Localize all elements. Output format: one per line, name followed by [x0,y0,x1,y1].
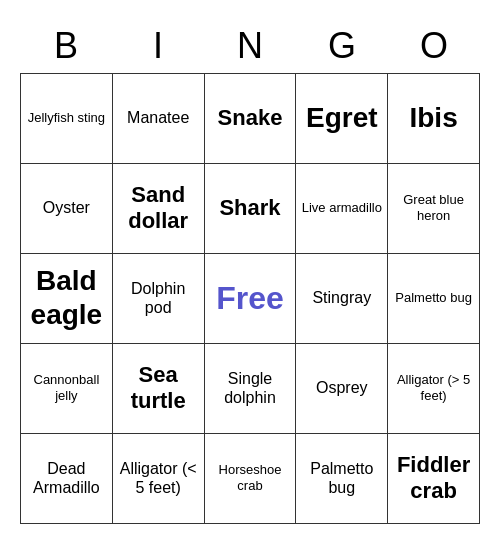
bingo-card: BINGO Jellyfish stingManateeSnakeEgretIb… [10,11,490,534]
bingo-cell: Oyster [21,164,113,254]
cell-text: Great blue heron [392,192,475,223]
cell-text: Dolphin pod [117,279,200,317]
bingo-cell: Fiddler crab [388,434,480,524]
bingo-cell: Dolphin pod [113,254,205,344]
cell-text: Snake [218,105,283,131]
cell-text: Stingray [312,288,371,307]
bingo-cell: Manatee [113,74,205,164]
bingo-cell: Osprey [296,344,388,434]
bingo-cell: Live armadillo [296,164,388,254]
bingo-header: BINGO [20,21,480,71]
cell-text: Free [216,279,284,317]
bingo-cell: Ibis [388,74,480,164]
header-letter: G [296,21,388,71]
cell-text: Shark [219,195,280,221]
bingo-cell: Cannonball jelly [21,344,113,434]
cell-text: Palmetto bug [395,290,472,306]
cell-text: Sea turtle [117,362,200,415]
bingo-cell: Dead Armadillo [21,434,113,524]
cell-text: Osprey [316,378,368,397]
cell-text: Sand dollar [117,182,200,235]
cell-text: Single dolphin [209,369,292,407]
cell-text: Dead Armadillo [25,459,108,497]
bingo-cell: Bald eagle [21,254,113,344]
cell-text: Horseshoe crab [209,462,292,493]
cell-text: Ibis [409,101,457,135]
bingo-cell: Palmetto bug [388,254,480,344]
cell-text: Alligator (> 5 feet) [392,372,475,403]
bingo-cell: Jellyfish sting [21,74,113,164]
header-letter: O [388,21,480,71]
bingo-cell: Egret [296,74,388,164]
bingo-cell: Horseshoe crab [205,434,297,524]
cell-text: Oyster [43,198,90,217]
cell-text: Jellyfish sting [28,110,105,126]
bingo-cell: Sea turtle [113,344,205,434]
cell-text: Bald eagle [25,264,108,331]
cell-text: Fiddler crab [392,452,475,505]
cell-text: Cannonball jelly [25,372,108,403]
bingo-cell: Sand dollar [113,164,205,254]
header-letter: N [204,21,296,71]
cell-text: Alligator (< 5 feet) [117,459,200,497]
bingo-cell: Palmetto bug [296,434,388,524]
bingo-cell: Free [205,254,297,344]
header-letter: B [20,21,112,71]
bingo-cell: Single dolphin [205,344,297,434]
cell-text: Palmetto bug [300,459,383,497]
bingo-cell: Snake [205,74,297,164]
bingo-grid: Jellyfish stingManateeSnakeEgretIbisOyst… [20,73,480,524]
bingo-cell: Alligator (> 5 feet) [388,344,480,434]
bingo-cell: Alligator (< 5 feet) [113,434,205,524]
cell-text: Live armadillo [302,200,382,216]
header-letter: I [112,21,204,71]
cell-text: Manatee [127,108,189,127]
bingo-cell: Great blue heron [388,164,480,254]
bingo-cell: Stingray [296,254,388,344]
cell-text: Egret [306,101,378,135]
bingo-cell: Shark [205,164,297,254]
